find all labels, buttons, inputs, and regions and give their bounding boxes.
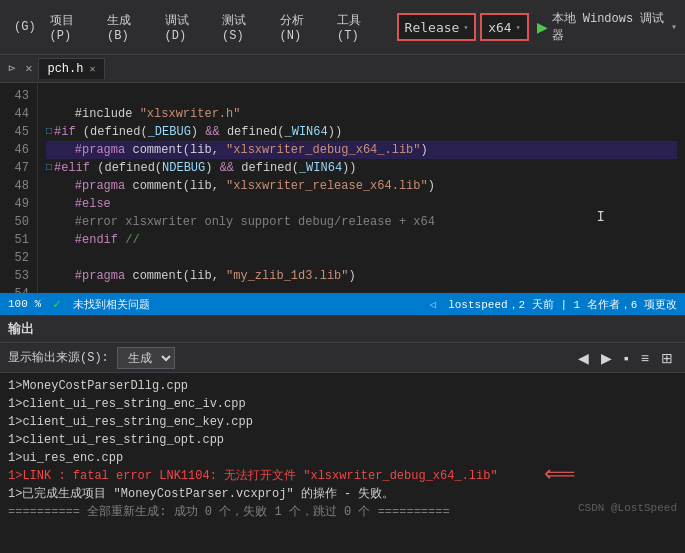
build-config-group: Release ▾ x64 ▾ ▶ 本地 Windows 调试器 ▾ <box>397 10 677 44</box>
watermark-text: CSDN @LostSpeed <box>578 499 677 517</box>
code-line-43 <box>46 87 677 105</box>
git-info: lostspeed，2 天前 | 1 名作者，6 项更改 <box>448 297 677 312</box>
zoom-level[interactable]: 100 % <box>8 298 41 310</box>
error-text: 1>LINK : fatal error LNK1104: 无法打开文件 "xl… <box>8 467 498 485</box>
configuration-label: Release <box>405 20 460 35</box>
code-line-52 <box>46 249 677 267</box>
line-number: 53 <box>4 267 29 285</box>
menu-analyze[interactable]: 分析(N) <box>274 10 330 45</box>
pin-icon[interactable]: ⊳ <box>4 61 19 76</box>
tab-bar: ⊳ ✕ pch.h ✕ <box>0 55 685 83</box>
output-line-4: 1>client_ui_res_string_opt.cpp <box>8 431 677 449</box>
tab-pch-h[interactable]: pch.h ✕ <box>38 58 104 79</box>
menu-debug[interactable]: 调试(D) <box>159 10 215 45</box>
code-line-53: #pragma comment(lib, "my_zlib_1d3.lib") <box>46 267 677 285</box>
output-icon-group: ◀ ▶ ▪ ≡ ⊞ <box>574 348 677 368</box>
output-source-select[interactable]: 生成 <box>117 347 175 369</box>
main-toolbar: (G) 项目(P) 生成(B) 调试(D) 测试(S) 分析(N) 工具(T) … <box>0 0 685 55</box>
code-line-47: □#elif (defined(NDEBUG) && defined(_WIN6… <box>46 159 677 177</box>
code-line-45: □#if (defined(_DEBUG) && defined(_WIN64)… <box>46 123 677 141</box>
no-issues-icon: ✓ <box>53 296 61 312</box>
output-content-area: 1>MoneyCostParserDllg.cpp 1>client_ui_re… <box>0 373 685 521</box>
output-line-3: 1>client_ui_res_string_enc_key.cpp <box>8 413 677 431</box>
line-number: 47 <box>4 159 29 177</box>
code-line-46: #pragma comment(lib, "xlsxwriter_debug_x… <box>46 141 677 159</box>
close-panel-icon[interactable]: ✕ <box>21 61 36 76</box>
code-line-49: #else <box>46 195 677 213</box>
config-chevron-down-icon: ▾ <box>463 23 468 32</box>
output-line-1: 1>MoneyCostParserDllg.cpp <box>8 377 677 395</box>
output-title: 输出 <box>8 320 34 338</box>
output-next-icon[interactable]: ▶ <box>597 348 616 368</box>
output-prev-icon[interactable]: ◀ <box>574 348 593 368</box>
status-message: 未找到相关问题 <box>73 297 418 312</box>
debugger-chevron-down-icon: ▾ <box>671 21 677 33</box>
run-button[interactable]: ▶ <box>537 19 548 35</box>
code-line-50: #error xlsxwriter only support debug/rel… <box>46 213 677 231</box>
menu-project[interactable]: 项目(P) <box>44 10 100 45</box>
text-cursor: I <box>597 209 605 225</box>
platform-label: x64 <box>488 20 511 35</box>
line-number: 52 <box>4 249 29 267</box>
line-number: 54 <box>4 285 29 293</box>
menu-bar: (G) 项目(P) 生成(B) 调试(D) 测试(S) 分析(N) 工具(T) <box>8 10 387 45</box>
menu-tools[interactable]: 工具(T) <box>331 10 387 45</box>
menu-g[interactable]: (G) <box>8 18 42 36</box>
line-number: 50 <box>4 213 29 231</box>
debugger-label: 本地 Windows 调试器 <box>552 10 667 44</box>
output-line-2: 1>client_ui_res_string_enc_iv.cpp <box>8 395 677 413</box>
collapse-icon-47[interactable]: □ <box>46 159 52 177</box>
output-line-5: 1>ui_res_enc.cpp <box>8 449 677 467</box>
output-panel-header: 输出 <box>0 315 685 343</box>
line-number: 49 <box>4 195 29 213</box>
output-line-error: 1>LINK : fatal error LNK1104: 无法打开文件 "xl… <box>8 467 677 485</box>
output-separator-line: ========== 全部重新生成: 成功 0 个，失败 1 个，跳过 0 个 … <box>8 503 677 521</box>
collapse-icon-45[interactable]: □ <box>46 123 52 141</box>
git-status: ◁ <box>430 298 437 311</box>
platform-dropdown[interactable]: x64 ▾ <box>480 13 528 41</box>
tab-label: pch.h <box>47 62 83 76</box>
configuration-dropdown[interactable]: Release ▾ <box>397 13 477 41</box>
line-number: 48 <box>4 177 29 195</box>
code-text-area[interactable]: #include "xlsxwriter.h" □#if (defined(_D… <box>38 83 685 293</box>
code-line-51: #endif // <box>46 231 677 249</box>
output-line-7: 1>已完成生成项目 "MoneyCostParser.vcxproj" 的操作 … <box>8 485 677 503</box>
line-number: 46 <box>4 141 29 159</box>
output-arrow-icon: ⟸ <box>544 467 576 485</box>
line-numbers-gutter: 43 44 45 46 47 48 49 50 51 52 53 54 55 5… <box>0 83 38 293</box>
output-grid-icon[interactable]: ⊞ <box>657 348 677 368</box>
output-list-icon[interactable]: ≡ <box>637 348 653 368</box>
output-stop-icon[interactable]: ▪ <box>620 348 633 368</box>
menu-build[interactable]: 生成(B) <box>101 10 157 45</box>
code-editor: 43 44 45 46 47 48 49 50 51 52 53 54 55 5… <box>0 83 685 293</box>
line-number: 44 <box>4 105 29 123</box>
menu-test[interactable]: 测试(S) <box>216 10 272 45</box>
output-source-label: 显示输出来源(S): <box>8 349 109 366</box>
line-number: 43 <box>4 87 29 105</box>
platform-chevron-down-icon: ▾ <box>516 23 521 32</box>
tab-close-icon[interactable]: ✕ <box>89 63 95 75</box>
line-number: 45 <box>4 123 29 141</box>
code-line-54 <box>46 285 677 293</box>
status-bar: 100 % ✓ 未找到相关问题 ◁ lostspeed，2 天前 | 1 名作者… <box>0 293 685 315</box>
line-number: 51 <box>4 231 29 249</box>
code-line-44: #include "xlsxwriter.h" <box>46 105 677 123</box>
code-line-48: #pragma comment(lib, "xlsxwriter_release… <box>46 177 677 195</box>
output-toolbar: 显示输出来源(S): 生成 ◀ ▶ ▪ ≡ ⊞ <box>0 343 685 373</box>
